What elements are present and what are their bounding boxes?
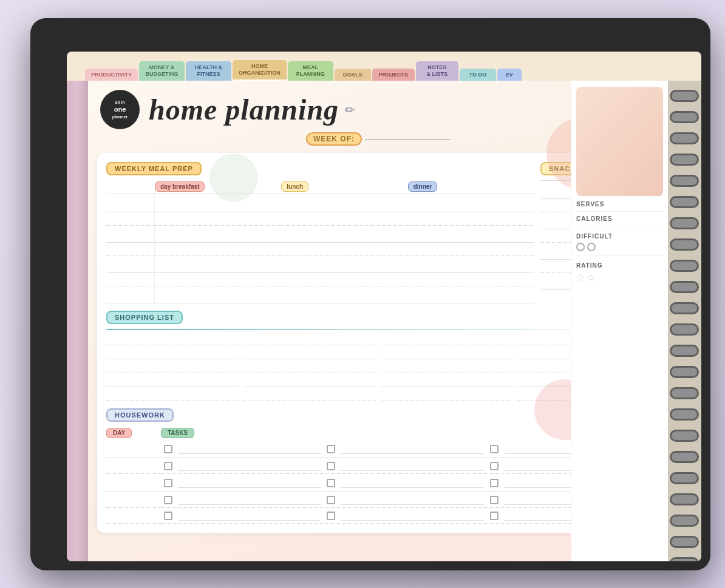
checkbox-1a[interactable] [164, 445, 172, 453]
col-day [106, 180, 155, 192]
tab-money[interactable]: MONEY &BUDGETING [139, 61, 185, 81]
meal-row-6-day [106, 273, 155, 286]
star-2[interactable]: ☆ [587, 272, 595, 283]
shop-r2c3 [381, 347, 513, 359]
left-binder [67, 81, 88, 561]
tab-ev[interactable]: EV [497, 69, 522, 81]
checkbox-5b[interactable] [327, 512, 335, 520]
spiral-ring-20 [670, 493, 699, 505]
checkbox-4c[interactable] [490, 496, 499, 504]
shop-r4c1 [106, 375, 239, 387]
hw-day-header: DAY [106, 427, 161, 438]
meal-row-1-lunch [281, 195, 407, 212]
meal-row-3-day [106, 226, 155, 243]
pen-icon: ✏ [345, 103, 355, 117]
logo-text: all in one planner [112, 100, 128, 119]
hw-day-5 [106, 508, 161, 524]
spiral-ring-3 [670, 132, 699, 144]
spiral-ring-1 [670, 90, 699, 102]
checkbox-5a[interactable] [164, 512, 172, 520]
meal-row-7-dinner [408, 286, 534, 303]
tab-todo[interactable]: TO DO [460, 69, 496, 81]
serves-label: SERVES [576, 201, 604, 208]
difficult-label: DIFFICULT [576, 233, 613, 240]
spiral-ring-4 [670, 154, 699, 166]
tablet-screen: PRODUCTIVITY MONEY &BUDGETING HEALTH &FI… [67, 52, 701, 561]
spiral-ring-14 [670, 366, 699, 378]
logo: all in one planner [100, 90, 140, 129]
tab-notes[interactable]: NOTES& LISTS [416, 61, 458, 81]
meal-row-7-day [106, 286, 155, 303]
spiral-ring-15 [670, 387, 699, 399]
spiral-ring-23 [670, 557, 699, 561]
checkbox-2a[interactable] [164, 462, 172, 470]
meal-row-3-breakfast [155, 226, 281, 243]
checkbox-2c[interactable] [490, 462, 499, 470]
meal-row-2-lunch [281, 212, 407, 226]
shopping-badge: SHOPPING LIST [106, 311, 183, 324]
tab-health[interactable]: HEALTH &FITNESS [186, 61, 231, 81]
meal-row-5-breakfast [155, 256, 281, 273]
meal-row-2-dinner [408, 212, 534, 226]
week-of-line [365, 139, 450, 140]
calories-label: CALORIES [576, 215, 613, 222]
tab-productivity[interactable]: PRODUCTIVITY [85, 69, 138, 81]
shop-r5c3 [381, 389, 513, 401]
meal-row-4-breakfast [155, 243, 281, 256]
star-1[interactable]: ☆ [576, 272, 585, 283]
checkbox-2b[interactable] [327, 462, 335, 470]
diff-circle-1 [576, 243, 585, 251]
meal-row-1-day [106, 195, 155, 212]
shop-r4c2 [243, 375, 376, 387]
serves-row: SERVES [576, 201, 663, 212]
spiral-ring-18 [670, 451, 699, 463]
spiral-ring-8 [670, 238, 699, 251]
spiral-ring-6 [670, 196, 699, 208]
shop-r1c2 [243, 333, 376, 345]
spiral-ring-19 [670, 472, 699, 484]
spiral-ring-21 [670, 515, 699, 527]
page-title: home planning [149, 93, 339, 126]
checkbox-1c[interactable] [490, 445, 499, 453]
checkbox-4a[interactable] [164, 496, 172, 504]
checkbox-1b[interactable] [327, 445, 335, 453]
spiral-ring-10 [670, 281, 699, 293]
tab-meal[interactable]: MEALPLANNING [288, 61, 333, 81]
tab-home[interactable]: HOMEORGANIZATION [233, 60, 287, 81]
meal-row-3-dinner [408, 226, 534, 243]
meal-row-6-breakfast [155, 273, 281, 286]
tab-goals[interactable]: GOALS [335, 69, 371, 81]
spiral-ring-13 [670, 345, 699, 357]
meal-row-1-breakfast [155, 195, 281, 212]
checkbox-4b[interactable] [327, 496, 335, 504]
meal-col-headers: day breakfast lunch dinner [106, 180, 534, 192]
meal-row-2-breakfast [155, 212, 281, 226]
spiral-ring-5 [670, 175, 699, 187]
meal-row-5-lunch [281, 256, 407, 273]
tab-projects[interactable]: PROJECTS [372, 69, 415, 81]
shop-r5c2 [243, 389, 376, 401]
difficult-row: DIFFICULT [576, 230, 663, 255]
checkbox-3a[interactable] [164, 479, 172, 487]
hw-rows [106, 440, 650, 524]
checkbox-3c[interactable] [490, 479, 499, 487]
spiral-ring-9 [670, 260, 699, 272]
shop-r2c1 [106, 347, 239, 359]
meal-row-7-breakfast [155, 286, 281, 303]
meal-row-4-dinner [408, 243, 534, 256]
meal-row-2-day [106, 212, 155, 226]
checkbox-3b[interactable] [327, 479, 335, 487]
rating-row: RATING ☆ ☆ [576, 259, 663, 283]
hw-day-1 [106, 440, 161, 458]
checkbox-5c[interactable] [490, 512, 499, 520]
rating-label: RATING [576, 262, 603, 269]
spiral-ring-17 [670, 430, 699, 442]
meal-rows [106, 195, 534, 303]
difficulty-circles [576, 243, 663, 251]
spiral-ring-16 [670, 408, 699, 421]
hw-day-3 [106, 474, 161, 492]
diff-circle-2 [587, 243, 596, 251]
recipe-image [576, 87, 663, 196]
spiral-ring-22 [670, 536, 699, 548]
spiral-ring-11 [670, 302, 699, 314]
